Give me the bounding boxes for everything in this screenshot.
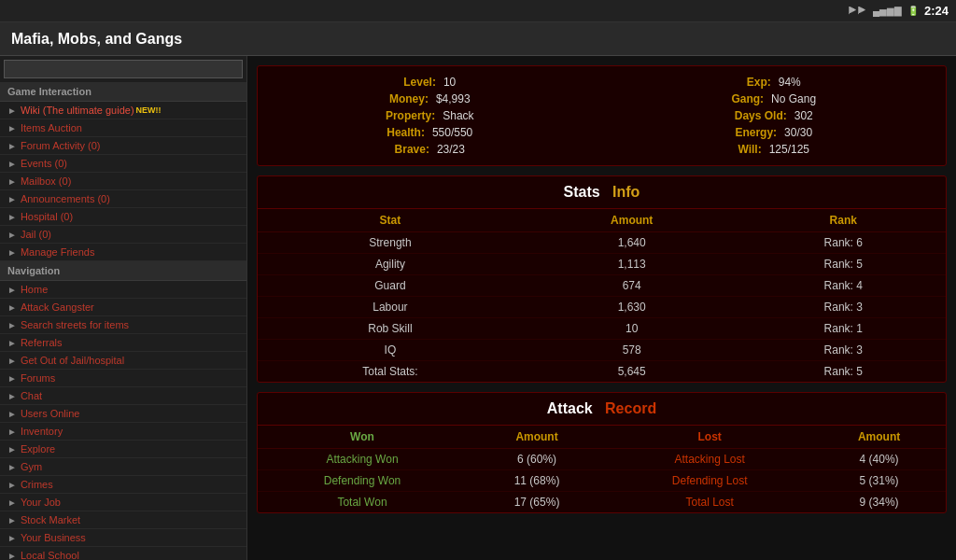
- sidebar-item-announcements[interactable]: ► Announcements (0): [0, 190, 246, 208]
- stat-name: Rob Skill: [258, 318, 523, 340]
- sidebar-item-items-auction[interactable]: ► Items Auction: [0, 119, 246, 137]
- wiki-label: Wiki (The ultimate guide): [21, 105, 134, 116]
- attack-lost-amount: 5 (31%): [812, 470, 946, 492]
- arrow-icon: ►: [7, 533, 17, 543]
- sidebar-item-local-school[interactable]: ► Local School: [0, 547, 246, 560]
- arrow-icon: ►: [7, 515, 17, 525]
- attack-won-label: Total Won: [258, 492, 467, 513]
- stat-rank: Rank: 3: [741, 297, 946, 318]
- battery-icon: 🔋: [907, 6, 919, 16]
- home-label: Home: [21, 284, 48, 295]
- profile-gang-row: Gang: No Gang: [612, 92, 937, 105]
- arrow-icon: ►: [7, 338, 17, 348]
- your-business-label: Your Business: [21, 532, 86, 543]
- sidebar-item-mailbox[interactable]: ► Mailbox (0): [0, 173, 246, 190]
- signal-icon: ▄▅▆▇: [873, 6, 902, 16]
- sidebar-item-chat[interactable]: ► Chat: [0, 387, 246, 405]
- app-title: Mafia, Mobs, and Gangs: [11, 31, 182, 48]
- referrals-label: Referrals: [21, 337, 63, 348]
- clock: 2:24: [924, 4, 949, 18]
- forum-activity-label: Forum Activity (0): [21, 140, 101, 151]
- arrow-icon: ►: [7, 247, 17, 258]
- inventory-label: Inventory: [21, 426, 63, 437]
- stats-title-gold: Info: [612, 184, 640, 200]
- arrow-icon: ►: [7, 212, 17, 222]
- sidebar-item-wiki[interactable]: ► Wiki (The ultimate guide) NEW!!: [0, 102, 246, 119]
- stat-rank: Rank: 5: [741, 361, 946, 383]
- events-label: Events (0): [21, 158, 67, 169]
- attack-won-amount: 6 (60%): [467, 449, 607, 470]
- property-value: Shack: [443, 109, 473, 122]
- sidebar-item-referrals[interactable]: ► Referrals: [0, 334, 246, 352]
- profile-energy-row: Energy: 30/30: [612, 126, 937, 139]
- sidebar-search-input[interactable]: [4, 60, 243, 78]
- arrow-icon: ►: [7, 194, 17, 204]
- sidebar-item-gym[interactable]: ► Gym: [0, 458, 246, 476]
- arrow-icon: ►: [7, 497, 17, 508]
- stat-rank: Rank: 3: [741, 340, 946, 361]
- stats-section: Stats Info Stat Amount Rank Strength 1,6…: [257, 175, 947, 383]
- sidebar-item-events[interactable]: ► Events (0): [0, 155, 246, 173]
- will-value: 125/125: [769, 143, 809, 156]
- stats-table: Stat Amount Rank Strength 1,640 Rank: 6 …: [258, 209, 946, 382]
- attack-title-white: Attack: [547, 400, 593, 416]
- stat-amount: 578: [523, 340, 741, 361]
- attack-lost-label: Total Lost: [607, 492, 812, 513]
- arrow-icon: ►: [7, 480, 17, 490]
- energy-value: 30/30: [784, 126, 812, 139]
- stat-name: IQ: [258, 340, 523, 361]
- hospital-label: Hospital (0): [21, 211, 73, 222]
- attack-lost-amount: 9 (34%): [812, 492, 946, 513]
- profile-card: Level: 10 Exp: 94% Money: $4,993 Gang: N…: [257, 65, 947, 166]
- arrow-icon: ►: [7, 285, 17, 295]
- brave-value: 23/23: [437, 143, 465, 156]
- table-row: Labour 1,630 Rank: 3: [258, 297, 946, 318]
- gym-label: Gym: [21, 461, 42, 472]
- forums-label: Forums: [21, 372, 55, 384]
- sidebar-item-get-out-jail[interactable]: ► Get Out of Jail/hospital: [0, 352, 246, 370]
- sidebar-item-hospital[interactable]: ► Hospital (0): [0, 208, 246, 226]
- title-bar: Mafia, Mobs, and Gangs: [0, 22, 956, 56]
- new-badge: NEW!!: [136, 105, 162, 115]
- explore-label: Explore: [21, 443, 55, 455]
- arrow-icon: ►: [7, 373, 17, 384]
- sidebar-item-forum-activity[interactable]: ► Forum Activity (0): [0, 137, 246, 155]
- stat-amount: 1,113: [523, 254, 741, 275]
- announcements-label: Announcements (0): [21, 193, 110, 204]
- stat-amount: 674: [523, 275, 741, 297]
- attack-gangster-label: Attack Gangster: [21, 301, 94, 313]
- arrow-icon: ►: [7, 176, 17, 187]
- sidebar-item-forums[interactable]: ► Forums: [0, 370, 246, 387]
- search-streets-label: Search streets for items: [21, 319, 129, 330]
- stats-col-amount: Amount: [523, 209, 741, 232]
- main-layout: Game Interaction ► Wiki (The ultimate gu…: [0, 56, 956, 560]
- table-row: Attacking Won 6 (60%) Attacking Lost 4 (…: [258, 449, 946, 470]
- sidebar-item-your-job[interactable]: ► Your Job: [0, 494, 246, 511]
- table-row: Defending Won 11 (68%) Defending Lost 5 …: [258, 470, 946, 492]
- table-row: Strength 1,640 Rank: 6: [258, 232, 946, 254]
- profile-exp-row: Exp: 94%: [612, 76, 937, 89]
- stats-col-stat: Stat: [258, 209, 523, 232]
- attack-won-label: Defending Won: [258, 470, 467, 492]
- sidebar-item-attack-gangster[interactable]: ► Attack Gangster: [0, 299, 246, 316]
- arrow-icon: ►: [7, 444, 17, 455]
- sidebar-item-crimes[interactable]: ► Crimes: [0, 476, 246, 494]
- sidebar-item-explore[interactable]: ► Explore: [0, 441, 246, 458]
- arrow-icon: ►: [7, 462, 17, 472]
- health-value: 550/550: [432, 126, 472, 139]
- sidebar-item-manage-friends[interactable]: ► Manage Friends: [0, 244, 246, 261]
- mailbox-label: Mailbox (0): [21, 175, 71, 187]
- get-out-jail-label: Get Out of Jail/hospital: [21, 355, 124, 366]
- profile-daysold-row: Days Old: 302: [612, 109, 937, 122]
- sidebar-item-home[interactable]: ► Home: [0, 281, 246, 299]
- arrow-icon: ►: [7, 230, 17, 240]
- sidebar-item-your-business[interactable]: ► Your Business: [0, 529, 246, 547]
- gang-label: Gang:: [731, 92, 764, 105]
- stat-name: Agility: [258, 254, 523, 275]
- sidebar-item-users-online[interactable]: ► Users Online: [0, 405, 246, 423]
- sidebar-item-stock-market[interactable]: ► Stock Market: [0, 511, 246, 529]
- sidebar-item-inventory[interactable]: ► Inventory: [0, 423, 246, 441]
- will-label: Will:: [738, 143, 761, 156]
- sidebar-item-search-streets[interactable]: ► Search streets for items: [0, 316, 246, 334]
- sidebar-item-jail[interactable]: ► Jail (0): [0, 226, 246, 244]
